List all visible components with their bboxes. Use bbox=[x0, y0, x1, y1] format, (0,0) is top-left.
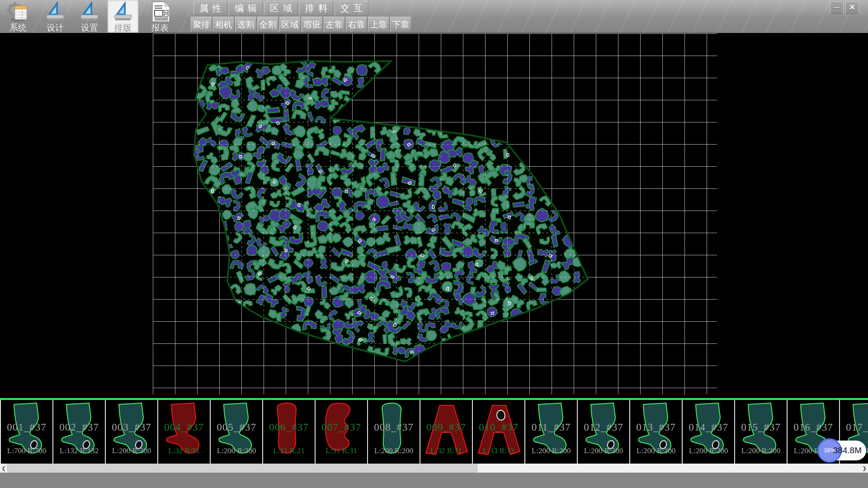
piece-cell-003_#37[interactable]: 003_#37 L:200 R:200 bbox=[106, 400, 158, 464]
main-button-排版[interactable]: 排版 bbox=[108, 0, 138, 33]
piece-thumbnail-shape bbox=[633, 401, 679, 456]
piece-cell-010_#37[interactable]: 010_#37 L:33 R:33 bbox=[473, 400, 525, 464]
piece-thumbnail-shape bbox=[4, 401, 49, 456]
report-doc-icon bbox=[149, 1, 171, 22]
piece-thumbnail-shape bbox=[476, 401, 521, 456]
piece-cell-013_#37[interactable]: 013_#37 L:200 R:200 bbox=[630, 400, 683, 464]
piece-cell-008_#37[interactable]: 008_#37 L:200 R:200 bbox=[368, 400, 420, 464]
tool-button-相机[interactable]: 相机 bbox=[213, 17, 234, 32]
piece-cell-007_#37[interactable]: 007_#37 L:31 R:31 bbox=[316, 400, 368, 464]
piece-thumbnail-shape bbox=[581, 401, 626, 456]
tool-button-上靠[interactable]: 上靠 bbox=[368, 17, 389, 32]
piece-thumbnail-shape bbox=[214, 401, 259, 456]
close-button[interactable]: ✕ bbox=[845, 1, 859, 14]
window-controls: ─ ✕ bbox=[830, 1, 859, 14]
scroll-left-arrow-icon[interactable]: ❮ bbox=[0, 464, 7, 473]
main-button-label: 设置 bbox=[74, 22, 105, 34]
tool-button-全割[interactable]: 全割 bbox=[257, 17, 278, 32]
main-button-label: 系统 bbox=[3, 22, 33, 34]
piece-cell-001_#37[interactable]: 001_#37 L:700 R:700 bbox=[1, 400, 53, 464]
menu-tab-row: 属性编辑区域排料交互 bbox=[193, 1, 368, 16]
menu-tab-区域[interactable]: 区域 bbox=[264, 1, 298, 15]
minimize-button[interactable]: ─ bbox=[830, 1, 844, 14]
piece-filmstrip: 001_#37 L:700 R:700 002_#37 L:132 R:132 … bbox=[0, 400, 868, 464]
piece-thumbnail-shape bbox=[161, 401, 207, 456]
main-button-label: 排版 bbox=[108, 22, 138, 34]
main-button-系统[interactable]: 系统 bbox=[3, 0, 33, 33]
tool-button-区域[interactable]: 区域 bbox=[279, 17, 301, 32]
memory-badge: 38% 384.8M bbox=[819, 441, 866, 460]
piece-cell-012_#37[interactable]: 012_#37 L:200 R:200 bbox=[578, 400, 630, 464]
piece-thumbnail-shape bbox=[528, 401, 574, 456]
settings-ruler-icon bbox=[78, 1, 101, 22]
piece-cell-009_#37[interactable]: 009_#37 L:32 R:31 bbox=[420, 400, 473, 464]
menu-tab-编辑[interactable]: 编辑 bbox=[229, 1, 263, 15]
piece-cell-015_#37[interactable]: 015_#37 L:200 R:200 bbox=[735, 400, 788, 464]
main-button-label: 报表 bbox=[145, 22, 175, 34]
top-toolbar: 系统 设计 设置 排版 bbox=[0, 0, 868, 33]
system-gear-icon bbox=[7, 1, 29, 22]
tool-button-选割[interactable]: 选割 bbox=[235, 17, 256, 32]
horizontal-scrollbar[interactable]: ❮ ❯ bbox=[0, 464, 868, 473]
piece-cell-002_#37[interactable]: 002_#37 L:132 R:132 bbox=[53, 400, 106, 464]
tool-button-右靠[interactable]: 右靠 bbox=[346, 17, 367, 32]
tool-button-row: 聚排相机选割全割区域瑕疵左靠右靠上靠下靠 bbox=[191, 17, 411, 33]
piece-cell-014_#37[interactable]: 014_#37 L:200 R:200 bbox=[683, 400, 735, 464]
memory-value: 384.8M bbox=[833, 441, 862, 460]
scrollbar-thumb[interactable] bbox=[7, 464, 477, 473]
nesting-canvas-area[interactable] bbox=[0, 33, 868, 398]
piece-thumbnail-shape bbox=[319, 401, 364, 456]
piece-cell-011_#37[interactable]: 011_#37 L:200 R:200 bbox=[525, 400, 578, 464]
design-ruler-icon bbox=[44, 1, 66, 22]
main-button-label: 设计 bbox=[40, 22, 71, 34]
tool-button-左靠[interactable]: 左靠 bbox=[324, 17, 345, 32]
bottom-status-strip bbox=[0, 473, 868, 488]
piece-cell-004_#37[interactable]: 004_#37 L:31 R:31 bbox=[158, 400, 211, 464]
piece-thumbnail-shape bbox=[738, 401, 783, 456]
piece-thumbnail-shape bbox=[57, 401, 102, 456]
main-button-设计[interactable]: 设计 bbox=[40, 0, 71, 33]
menu-tab-属性[interactable]: 属性 bbox=[193, 1, 227, 15]
tool-button-下靠[interactable]: 下靠 bbox=[390, 17, 411, 32]
piece-thumbnail-shape bbox=[686, 401, 731, 456]
piece-cell-006_#37[interactable]: 006_#37 L:21 R:21 bbox=[263, 400, 316, 464]
main-button-设置[interactable]: 设置 bbox=[74, 0, 105, 33]
nesting-ruler-icon bbox=[112, 1, 134, 22]
main-button-报表[interactable]: 报表 bbox=[145, 0, 175, 33]
nesting-canvas[interactable] bbox=[0, 33, 868, 398]
tool-button-聚排[interactable]: 聚排 bbox=[191, 17, 212, 32]
menu-tab-排料[interactable]: 排料 bbox=[299, 1, 333, 15]
piece-thumbnail-shape bbox=[424, 401, 469, 456]
piece-thumbnail-shape bbox=[109, 401, 154, 456]
piece-thumbnail-shape bbox=[371, 401, 416, 456]
scroll-right-arrow-icon[interactable]: ❯ bbox=[861, 464, 868, 473]
piece-cell-005_#37[interactable]: 005_#37 L:200 R:200 bbox=[211, 400, 263, 464]
tool-button-瑕疵[interactable]: 瑕疵 bbox=[302, 17, 323, 32]
menu-tab-交互[interactable]: 交互 bbox=[335, 1, 368, 15]
piece-thumbnail-shape bbox=[266, 401, 311, 456]
